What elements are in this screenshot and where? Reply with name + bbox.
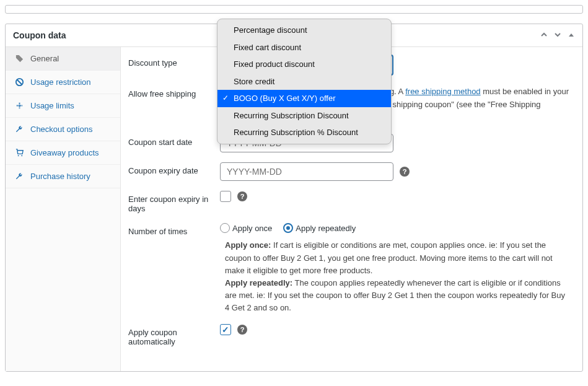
sidebar-item-general[interactable]: General	[6, 47, 120, 71]
plus-icon	[14, 101, 24, 110]
times-description: Apply once: If cart is eligible or condi…	[225, 239, 570, 314]
expiry-days-label: Enter coupon expiry in days	[128, 191, 220, 213]
discount-type-label: Discount type	[128, 55, 220, 68]
sidebar-item-label: Usage limits	[30, 101, 74, 110]
apply-once-radio[interactable]	[220, 223, 230, 233]
expiry-date-label: Coupon expiry date	[128, 162, 220, 175]
help-icon[interactable]: ?	[400, 167, 410, 177]
sidebar-item-label: Usage restriction	[30, 77, 91, 87]
times-label: Number of times	[128, 223, 220, 236]
cart-icon	[14, 148, 24, 157]
auto-checkbox[interactable]	[220, 324, 231, 335]
sidebar-item-purchase-history[interactable]: Purchase history	[6, 165, 120, 188]
coupon-tabs-sidebar: General Usage restriction Usage limits C…	[6, 47, 121, 371]
dropdown-option[interactable]: Percentage discount	[217, 22, 391, 39]
wrench-icon	[14, 125, 24, 134]
sidebar-item-label: Purchase history	[30, 172, 90, 181]
sidebar-item-usage-limits[interactable]: Usage limits	[6, 94, 120, 118]
expiry-days-checkbox[interactable]	[220, 191, 231, 202]
dropdown-option[interactable]: Store credit	[217, 73, 391, 90]
help-icon[interactable]: ?	[237, 325, 247, 335]
panel-down-icon[interactable]	[554, 30, 561, 40]
svg-point-5	[21, 155, 22, 156]
panel-collapse-icon[interactable]	[568, 30, 575, 40]
apply-repeatedly-radio[interactable]	[283, 223, 293, 233]
dropdown-option-selected[interactable]: BOGO (Buy X Get X/Y) offer	[217, 90, 391, 107]
auto-label: Apply coupon automatically	[128, 324, 220, 346]
sidebar-item-giveaway-products[interactable]: Giveaway products	[6, 141, 120, 165]
wrench-icon	[14, 172, 24, 181]
svg-line-1	[17, 80, 22, 85]
sidebar-item-label: Giveaway products	[30, 148, 99, 157]
panel-up-icon[interactable]	[540, 30, 548, 40]
sidebar-item-label: General	[30, 54, 59, 63]
apply-repeatedly-option[interactable]: Apply repeatedly	[283, 223, 356, 233]
dropdown-option[interactable]: Fixed cart discount	[217, 39, 391, 56]
sidebar-item-usage-restriction[interactable]: Usage restriction	[6, 71, 120, 94]
start-date-label: Coupon start date	[128, 134, 220, 147]
expiry-date-input[interactable]	[220, 162, 393, 181]
summary-box	[5, 5, 583, 14]
panel-controls	[540, 30, 575, 40]
sidebar-item-label: Checkout options	[30, 125, 92, 134]
free-shipping-label: Allow free shipping	[128, 86, 220, 99]
free-shipping-link[interactable]: free shipping method	[405, 87, 480, 96]
tag-icon	[14, 54, 24, 63]
dropdown-option[interactable]: Fixed product discount	[217, 56, 391, 73]
sidebar-item-checkout-options[interactable]: Checkout options	[6, 118, 120, 141]
discount-type-dropdown[interactable]: Percentage discount Fixed cart discount …	[217, 19, 392, 144]
panel-title: Coupon data	[13, 30, 66, 40]
ban-icon	[14, 77, 24, 87]
svg-point-4	[17, 155, 19, 156]
dropdown-option[interactable]: Recurring Subscription % Discount	[217, 124, 391, 141]
help-icon[interactable]: ?	[237, 191, 247, 201]
apply-once-option[interactable]: Apply once	[220, 223, 272, 233]
dropdown-option[interactable]: Recurring Subscription Discount	[217, 107, 391, 125]
